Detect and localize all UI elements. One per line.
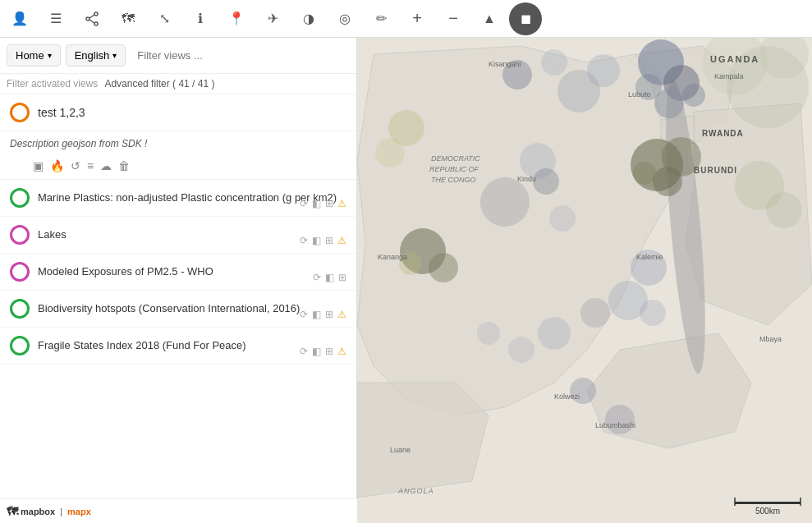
mapbox-icon: 🗺 bbox=[7, 505, 18, 518]
layer-circle-2 bbox=[10, 225, 30, 245]
language-dropdown-icon: ▾ bbox=[112, 51, 117, 60]
layer-icon-grid-2[interactable]: ⊞ bbox=[325, 235, 333, 246]
layer-icon-grid-1[interactable]: ⊞ bbox=[325, 198, 333, 209]
toolbar-btn-pin[interactable]: 📍 bbox=[220, 2, 253, 35]
layer-circle-1 bbox=[10, 188, 30, 208]
svg-point-15 bbox=[633, 162, 656, 185]
item-tool-cloud[interactable]: ☁ bbox=[100, 159, 112, 172]
toolbar-btn-plus[interactable]: + bbox=[401, 2, 434, 35]
layer-circle-3 bbox=[10, 262, 30, 282]
layer-icon-grid-3[interactable]: ⊞ bbox=[338, 272, 346, 283]
svg-point-26 bbox=[480, 177, 530, 227]
layer-list: Marine Plastics: non-adjusted Plastic co… bbox=[0, 180, 356, 523]
layer-icon-refresh-5[interactable]: ⟳ bbox=[300, 346, 308, 357]
layer-icon-warn-5: ⚠ bbox=[337, 346, 346, 357]
map-area[interactable]: UGANDA Kampala DEMOCRATIC REPUBLIC OF TH… bbox=[357, 38, 812, 523]
svg-point-42 bbox=[766, 192, 802, 228]
layer-icon-copy-5[interactable]: ◧ bbox=[312, 346, 321, 357]
mapbox-logo: 🗺 mapbox bbox=[7, 505, 55, 518]
sidebar-header: Home ▾ English ▾ bbox=[0, 38, 356, 74]
svg-point-31 bbox=[640, 300, 666, 326]
svg-point-23 bbox=[429, 253, 458, 282]
item-toolbar: ▣ 🔥 ↺ ≡ ☁ 🗑 bbox=[0, 156, 356, 180]
svg-point-34 bbox=[477, 322, 500, 345]
toolbar-btn-edit[interactable]: ✏ bbox=[365, 2, 397, 35]
svg-point-0 bbox=[86, 17, 89, 21]
toolbar-btn-arrows[interactable]: ⤡ bbox=[148, 2, 181, 35]
svg-point-21 bbox=[375, 138, 405, 167]
toolbar-btn-user[interactable]: 👤 bbox=[3, 2, 36, 35]
svg-text:Kalemie: Kalemie bbox=[636, 253, 663, 261]
toolbar-btn-nav[interactable]: ▲ bbox=[473, 2, 506, 35]
mapx-label: mapx bbox=[67, 507, 91, 516]
toolbar-btn-share[interactable] bbox=[76, 2, 108, 35]
layer-icon-warn-2: ⚠ bbox=[337, 235, 346, 246]
svg-text:BURUNDI: BURUNDI bbox=[694, 166, 737, 175]
map-svg: UGANDA Kampala DEMOCRATIC REPUBLIC OF TH… bbox=[357, 38, 812, 523]
layer-icon-refresh-3[interactable]: ⟳ bbox=[313, 272, 321, 283]
layer-item[interactable]: Fragile States Index 2018 (Fund For Peac… bbox=[0, 328, 356, 365]
active-view-item[interactable]: test 1,2,3 bbox=[0, 94, 356, 131]
layer-circle-4 bbox=[10, 299, 30, 319]
svg-point-14 bbox=[653, 167, 682, 196]
layer-icon-refresh-4[interactable]: ⟳ bbox=[300, 309, 308, 320]
layer-icons-4: ⟳ ◧ ⊞ ⚠ bbox=[300, 309, 346, 320]
layer-label-3: Modeled Exposures of PM2.5 - WHO bbox=[38, 265, 346, 279]
layer-icon-copy-1[interactable]: ◧ bbox=[312, 198, 321, 209]
item-tool-trash[interactable]: 🗑 bbox=[118, 159, 130, 172]
layer-icons-5: ⟳ ◧ ⊞ ⚠ bbox=[300, 346, 346, 357]
home-dropdown-icon: ▾ bbox=[48, 51, 52, 60]
toolbar-btn-contrast[interactable]: ◑ bbox=[292, 2, 325, 35]
svg-text:DEMOCRATIC: DEMOCRATIC bbox=[431, 154, 480, 163]
filter-views-input[interactable] bbox=[131, 45, 350, 66]
svg-text:Kisangani: Kisangani bbox=[489, 60, 521, 68]
svg-text:REPUBLIC OF: REPUBLIC OF bbox=[429, 165, 479, 173]
svg-text:THE CONGO: THE CONGO bbox=[431, 176, 476, 184]
svg-point-37 bbox=[605, 405, 635, 434]
language-label: English bbox=[75, 49, 110, 62]
layer-icon-grid-4[interactable]: ⊞ bbox=[325, 309, 333, 320]
svg-text:RWANDA: RWANDA bbox=[702, 129, 744, 138]
layer-item[interactable]: Modeled Exposures of PM2.5 - WHO ⟳ ◧ ⊞ bbox=[0, 254, 356, 291]
item-tool-menu[interactable]: ≡ bbox=[87, 159, 94, 172]
layer-circle-5 bbox=[10, 336, 30, 356]
layer-icon-copy-4[interactable]: ◧ bbox=[312, 309, 321, 320]
item-tool-fire[interactable]: 🔥 bbox=[50, 159, 64, 172]
layer-item[interactable]: Biodiversity hotspots (Conservation Inte… bbox=[0, 291, 356, 328]
svg-line-3 bbox=[89, 15, 94, 18]
layer-icon-refresh-2[interactable]: ⟳ bbox=[300, 235, 308, 246]
layer-icon-copy-2[interactable]: ◧ bbox=[312, 235, 321, 246]
svg-point-1 bbox=[94, 12, 98, 16]
svg-text:500km: 500km bbox=[755, 507, 780, 516]
active-view-icon bbox=[10, 103, 30, 122]
home-button[interactable]: Home ▾ bbox=[7, 44, 61, 67]
layer-item[interactable]: Lakes ⟳ ◧ ⊞ ⚠ bbox=[0, 217, 356, 254]
svg-point-27 bbox=[549, 205, 576, 232]
language-button[interactable]: English ▾ bbox=[66, 44, 126, 67]
svg-text:Lubuto: Lubuto bbox=[628, 90, 651, 99]
advanced-filter-label: Advanced filter ( 41 / 41 ) bbox=[104, 78, 214, 89]
bottom-bar: 🗺 mapbox | mapx bbox=[0, 498, 357, 523]
svg-point-30 bbox=[580, 298, 610, 328]
toolbar-btn-plane[interactable]: ✈ bbox=[256, 2, 289, 35]
toolbar-btn-info[interactable]: ℹ bbox=[184, 2, 217, 35]
toolbar-btn-dark[interactable]: ◼ bbox=[509, 2, 542, 35]
toolbar-btn-minus[interactable]: − bbox=[437, 2, 470, 35]
svg-point-28 bbox=[533, 168, 559, 195]
svg-rect-60 bbox=[735, 502, 801, 504]
layer-icon-copy-3[interactable]: ◧ bbox=[325, 272, 334, 283]
svg-text:Lubumbashi: Lubumbashi bbox=[595, 421, 635, 429]
layer-icon-refresh-1[interactable]: ⟳ bbox=[300, 198, 308, 209]
filter-activated-label: Filter activated views bbox=[7, 78, 98, 89]
layer-icon-grid-5[interactable]: ⊞ bbox=[325, 346, 333, 357]
svg-point-17 bbox=[557, 70, 600, 112]
layer-item[interactable]: Marine Plastics: non-adjusted Plastic co… bbox=[0, 180, 356, 217]
toolbar-btn-map[interactable]: 🗺 bbox=[112, 2, 145, 35]
toolbar-btn-list[interactable]: ☰ bbox=[39, 2, 72, 35]
toolbar-btn-target[interactable]: ◎ bbox=[328, 2, 361, 35]
item-tool-grid[interactable]: ▣ bbox=[33, 159, 44, 172]
active-view-label: test 1,2,3 bbox=[38, 106, 85, 119]
layer-icon-warn-1: ⚠ bbox=[337, 198, 346, 209]
svg-point-2 bbox=[94, 22, 98, 25]
item-tool-undo[interactable]: ↺ bbox=[71, 159, 80, 172]
